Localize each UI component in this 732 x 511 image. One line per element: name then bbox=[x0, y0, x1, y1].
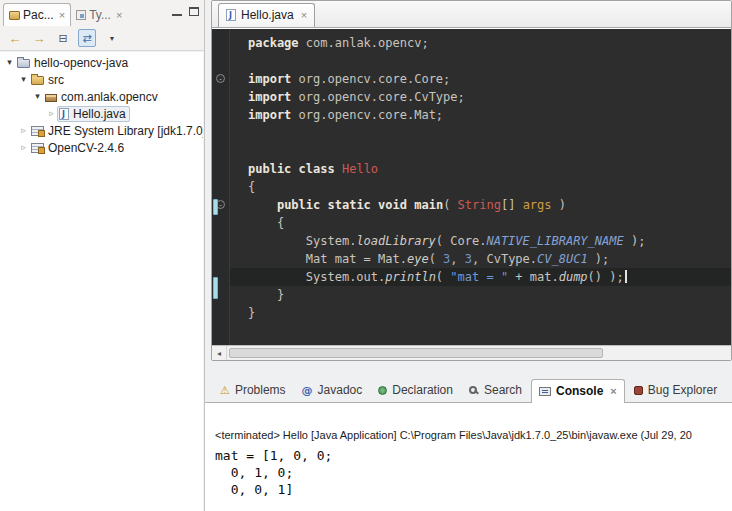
close-icon[interactable]: × bbox=[116, 10, 122, 21]
close-icon[interactable]: × bbox=[59, 10, 65, 21]
code-token: () ); bbox=[588, 270, 624, 284]
tab-label: Javadoc bbox=[318, 383, 363, 397]
code-area[interactable]: package com.anlak.opencv;import org.open… bbox=[230, 29, 731, 322]
code-line[interactable]: } bbox=[230, 286, 731, 304]
code-line[interactable]: import org.opencv.core.CvType; bbox=[230, 88, 731, 106]
code-token: public bbox=[277, 198, 320, 212]
code-token: Mat mat = Mat. bbox=[248, 252, 407, 266]
editor-tab-hello-java[interactable]: Hello.java× bbox=[218, 3, 315, 27]
minimize-view-icon[interactable] bbox=[172, 7, 182, 16]
scroll-left-icon[interactable] bbox=[212, 346, 227, 360]
tree-item-content[interactable]: hello-opencv-java bbox=[15, 55, 132, 71]
collapse-all-button[interactable]: ⊟ bbox=[54, 29, 72, 47]
code-token: eye bbox=[407, 252, 429, 266]
code-token: println bbox=[385, 270, 436, 284]
editor-surface[interactable]: -- package com.anlak.opencv;import org.o… bbox=[212, 29, 731, 345]
code-line[interactable] bbox=[230, 52, 731, 70]
view-tab-bug[interactable]: Bug bbox=[726, 379, 732, 402]
tree-item-label: JRE System Library [jdk1.7.0_25] bbox=[48, 124, 203, 138]
tree-item-hello-opencv-java[interactable]: ▾hello-opencv-java bbox=[0, 54, 203, 71]
code-line[interactable]: { bbox=[230, 214, 731, 232]
scrollbar-thumb[interactable] bbox=[229, 348, 603, 358]
tree-item-content[interactable]: src bbox=[29, 72, 68, 88]
code-token: System. bbox=[248, 234, 356, 248]
view-tab-search[interactable]: Search bbox=[462, 379, 529, 402]
package-explorer-tree: ▾hello-opencv-java▾src▾com.anlak.opencv▹… bbox=[0, 52, 203, 511]
code-line[interactable]: } bbox=[230, 304, 731, 322]
view-tab-ty[interactable]: Ty...× bbox=[71, 4, 127, 26]
view-tab-problems[interactable]: Problems bbox=[213, 379, 293, 402]
view-tab-pac[interactable]: Pac...× bbox=[3, 3, 71, 26]
code-line[interactable] bbox=[230, 142, 731, 160]
bottom-tabbar: ProblemsJavadocDeclarationSearchConsole×… bbox=[205, 376, 732, 402]
left-toolbar: ←→⊟⇄▼ bbox=[0, 26, 204, 51]
code-line[interactable]: import org.opencv.core.Mat; bbox=[230, 106, 731, 124]
tree-item-hello-java[interactable]: ▹Hello.java bbox=[0, 105, 203, 122]
tree-item-src[interactable]: ▾src bbox=[0, 71, 203, 88]
link-with-editor-button[interactable]: ⇄ bbox=[78, 29, 96, 47]
horizontal-scrollbar[interactable] bbox=[212, 345, 731, 360]
close-icon[interactable]: × bbox=[301, 10, 307, 21]
tree-item-jre-system-library-jdk1-7-0-25[interactable]: ▹JRE System Library [jdk1.7.0_25] bbox=[0, 122, 203, 139]
tree-item-content[interactable]: com.anlak.opencv bbox=[43, 89, 162, 105]
tab-label: Declaration bbox=[392, 383, 453, 397]
code-token: main bbox=[414, 198, 443, 212]
console-icon bbox=[539, 387, 551, 396]
maximize-view-icon[interactable] bbox=[189, 7, 199, 16]
code-line[interactable]: package com.anlak.opencv; bbox=[230, 34, 731, 52]
tab-label: Bug Explorer bbox=[648, 383, 717, 397]
code-line[interactable]: { bbox=[230, 178, 731, 196]
code-token: package bbox=[248, 36, 299, 50]
tree-item-label: src bbox=[48, 73, 64, 87]
code-line[interactable] bbox=[230, 124, 731, 142]
chevron-collapsed-icon[interactable]: ▹ bbox=[18, 126, 29, 135]
view-tab-bug-explorer[interactable]: Bug Explorer bbox=[627, 379, 724, 402]
chevron-collapsed-icon[interactable]: ▹ bbox=[18, 143, 29, 152]
chevron-collapsed-icon[interactable]: ▹ bbox=[46, 109, 57, 118]
tree-item-com-anlak-opencv[interactable]: ▾com.anlak.opencv bbox=[0, 88, 203, 105]
code-line[interactable]: public class Hello bbox=[230, 160, 731, 178]
back-icon: ← bbox=[9, 32, 22, 45]
console-output[interactable]: mat = [1, 0, 0; 0, 1, 0; 0, 0, 1] bbox=[205, 447, 732, 498]
tree-item-content[interactable]: JRE System Library [jdk1.7.0_25] bbox=[29, 123, 203, 139]
view-tab-console[interactable]: Console× bbox=[531, 379, 625, 403]
code-line[interactable]: System.loadLibrary( Core.NATIVE_LIBRARY_… bbox=[230, 232, 731, 250]
fold-collapse-icon[interactable]: - bbox=[216, 74, 225, 83]
code-token: 3 bbox=[465, 252, 472, 266]
code-line[interactable]: public static void main( String[] args ) bbox=[230, 196, 731, 214]
code-line[interactable]: import org.opencv.core.Core; bbox=[230, 70, 731, 88]
code-token: "mat = " bbox=[450, 270, 508, 284]
back-button[interactable]: ← bbox=[6, 29, 24, 47]
tree-item-label: com.anlak.opencv bbox=[61, 90, 158, 104]
package-explorer-view: Pac...×Ty...× ←→⊟⇄▼ ▾hello-opencv-java▾s… bbox=[0, 0, 205, 511]
annotation-marker bbox=[213, 277, 218, 299]
chevron-expanded-icon[interactable]: ▾ bbox=[4, 58, 15, 67]
chevron-expanded-icon[interactable]: ▾ bbox=[32, 92, 43, 101]
code-token: import bbox=[248, 90, 291, 104]
code-line[interactable]: Mat mat = Mat.eye( 3, 3, CvType.CV_8UC1 … bbox=[230, 250, 731, 268]
library-icon bbox=[31, 126, 44, 136]
editor-pane: Hello.java× -- package com.anlak.opencv;… bbox=[211, 0, 732, 361]
console-output-line: 0, 1, 0; bbox=[215, 464, 732, 481]
forward-button[interactable]: → bbox=[30, 29, 48, 47]
tree-item-content[interactable]: OpenCV-2.4.6 bbox=[29, 140, 128, 156]
editor-tabbar: Hello.java× bbox=[212, 1, 731, 28]
view-menu-button[interactable]: ▼ bbox=[102, 29, 120, 47]
search-icon bbox=[469, 386, 477, 394]
tree-item-label: Hello.java bbox=[73, 107, 126, 121]
tree-item-content[interactable]: Hello.java bbox=[57, 106, 130, 122]
close-icon[interactable]: × bbox=[610, 386, 616, 397]
type-hierarchy-icon bbox=[76, 10, 86, 20]
console-view: ProblemsJavadocDeclarationSearchConsole×… bbox=[205, 376, 732, 511]
tab-label: Problems bbox=[235, 383, 286, 397]
code-token: String bbox=[458, 198, 501, 212]
source-folder-icon bbox=[31, 76, 44, 85]
chevron-expanded-icon[interactable]: ▾ bbox=[18, 75, 29, 84]
tree-item-label: hello-opencv-java bbox=[34, 56, 128, 70]
code-token: import bbox=[248, 72, 291, 86]
view-tab-declaration[interactable]: Declaration bbox=[371, 379, 460, 402]
tree-item-opencv-2-4-6[interactable]: ▹OpenCV-2.4.6 bbox=[0, 139, 203, 156]
forward-icon: → bbox=[33, 32, 46, 45]
view-tab-javadoc[interactable]: Javadoc bbox=[295, 379, 370, 402]
code-line[interactable]: System.out.println( "mat = " + mat.dump(… bbox=[230, 268, 731, 286]
